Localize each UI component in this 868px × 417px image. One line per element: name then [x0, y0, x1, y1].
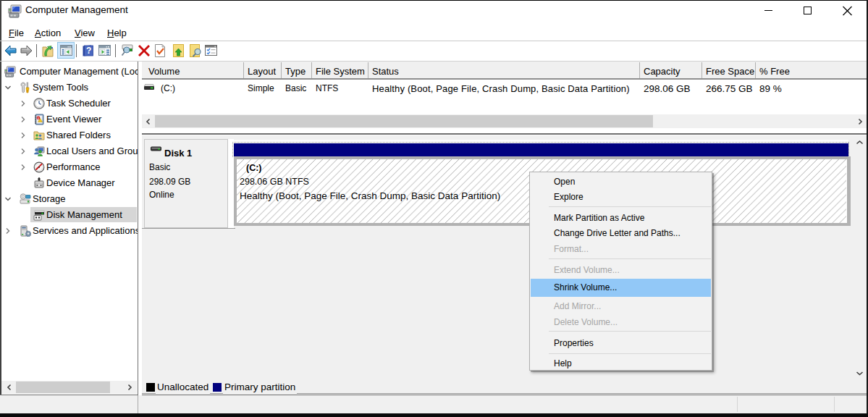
svg-text:?: ?	[86, 46, 91, 56]
